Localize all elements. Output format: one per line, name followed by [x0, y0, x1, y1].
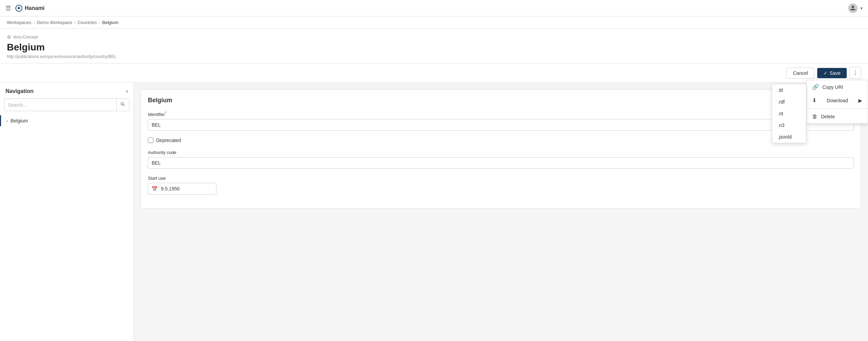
toolbar: Cancel ✓ Save ⋮ 🔗 Copy URI ⬇ Download ▶ …: [0, 63, 868, 83]
start-use-input[interactable]: [161, 183, 216, 194]
search-input[interactable]: [4, 99, 116, 110]
concept-type-text: skos:Concept: [13, 35, 38, 39]
breadcrumb-sep-3: ›: [99, 20, 100, 25]
identifier-label: Identifier*: [148, 111, 854, 117]
delete-item[interactable]: 🗑 Delete: [807, 110, 868, 123]
search-input-wrap: [4, 98, 129, 111]
topbar: ☰ Hanami ▾: [0, 0, 868, 16]
sidebar-header: Navigation ‹: [0, 83, 133, 98]
check-icon: ✓: [823, 70, 828, 76]
deprecated-field-group: Deprecated: [148, 138, 854, 143]
start-use-label: Start use: [148, 176, 854, 181]
calendar-icon: 📅: [148, 183, 161, 194]
user-avatar-icon[interactable]: [848, 3, 858, 13]
download-n3[interactable]: .n3: [772, 119, 806, 131]
hanami-logo-icon: [15, 4, 23, 12]
page-header: ⚙ skos:Concept Belgium http://publicatio…: [0, 29, 868, 63]
search-icon: [120, 102, 126, 107]
hamburger-icon[interactable]: ☰: [5, 4, 11, 12]
sidebar-title: Navigation: [5, 88, 34, 94]
breadcrumb-countries[interactable]: Countries: [78, 20, 97, 25]
download-nt[interactable]: .nt: [772, 108, 806, 119]
copy-uri-item[interactable]: 🔗 Copy URI: [807, 80, 868, 94]
tree-chevron-icon: ›: [7, 119, 8, 123]
download-submenu: .ttl .rdf .nt .n3 .jsonld: [772, 84, 806, 143]
topbar-right: ▾: [848, 3, 863, 13]
copy-uri-label: Copy URI: [822, 84, 843, 90]
dropdown-menu: 🔗 Copy URI ⬇ Download ▶ 🗑 Delete: [806, 80, 868, 124]
download-jsonld[interactable]: .jsonld: [772, 131, 806, 143]
logo-text: Hanami: [25, 5, 45, 11]
trash-icon: 🗑: [812, 114, 818, 120]
dropdown-divider: [807, 108, 868, 109]
breadcrumb: Workspaces › Demo Workspace › Countries …: [0, 16, 868, 29]
download-item[interactable]: ⬇ Download ▶: [807, 94, 868, 107]
link-icon: 🔗: [812, 84, 819, 90]
cancel-button[interactable]: Cancel: [786, 68, 814, 79]
tree-item-label: Belgium: [11, 118, 28, 124]
breadcrumb-demo-workspace[interactable]: Demo Workspace: [37, 20, 72, 25]
breadcrumb-sep-1: ›: [33, 20, 35, 25]
search-button[interactable]: [116, 99, 129, 111]
authority-code-field-group: Authority code: [148, 150, 854, 169]
download-arrow-icon: ▶: [858, 98, 862, 103]
search-box: [0, 98, 133, 115]
page-title: Belgium: [7, 42, 861, 53]
form-card: Belgium Identifier* Deprecated Authority…: [141, 90, 861, 209]
form-card-title: Belgium: [148, 97, 854, 104]
breadcrumb-sep-2: ›: [74, 20, 75, 25]
sidebar: Navigation ‹ › Belgium: [0, 83, 134, 341]
content: Belgium Identifier* Deprecated Authority…: [134, 83, 868, 341]
topbar-left: ☰ Hanami: [5, 4, 45, 12]
identifier-input[interactable]: [148, 119, 854, 131]
breadcrumb-current: Belgium: [102, 20, 118, 25]
main-layout: Navigation ‹ › Belgium Belgium Identifie…: [0, 83, 868, 341]
download-label: Download: [827, 98, 848, 103]
download-ttl[interactable]: .ttl: [772, 84, 806, 96]
page-url: http://publications.europa.eu/resource/a…: [7, 54, 861, 59]
authority-code-label: Authority code: [148, 150, 854, 155]
deprecated-checkbox[interactable]: [148, 138, 153, 143]
save-button[interactable]: ✓ Save: [817, 68, 847, 78]
delete-label: Delete: [821, 114, 835, 119]
user-menu-chevron-icon[interactable]: ▾: [860, 6, 863, 11]
more-options-button[interactable]: ⋮: [849, 67, 861, 79]
breadcrumb-workspaces[interactable]: Workspaces: [7, 20, 31, 25]
start-use-field-group: Start use 📅: [148, 176, 854, 195]
concept-label: ⚙ skos:Concept: [7, 34, 861, 40]
deprecated-label: Deprecated: [156, 138, 181, 143]
download-rdf[interactable]: .rdf: [772, 96, 806, 108]
identifier-field-group: Identifier*: [148, 111, 854, 131]
authority-code-input[interactable]: [148, 157, 854, 169]
sidebar-collapse-button[interactable]: ‹: [126, 88, 128, 94]
save-label: Save: [830, 70, 841, 76]
date-input-wrap: 📅: [148, 183, 216, 195]
tree-item-belgium[interactable]: › Belgium: [0, 115, 133, 126]
svg-point-1: [18, 8, 20, 9]
concept-type-icon: ⚙: [7, 34, 11, 40]
logo: Hanami: [15, 4, 45, 12]
download-icon: ⬇: [812, 97, 817, 104]
